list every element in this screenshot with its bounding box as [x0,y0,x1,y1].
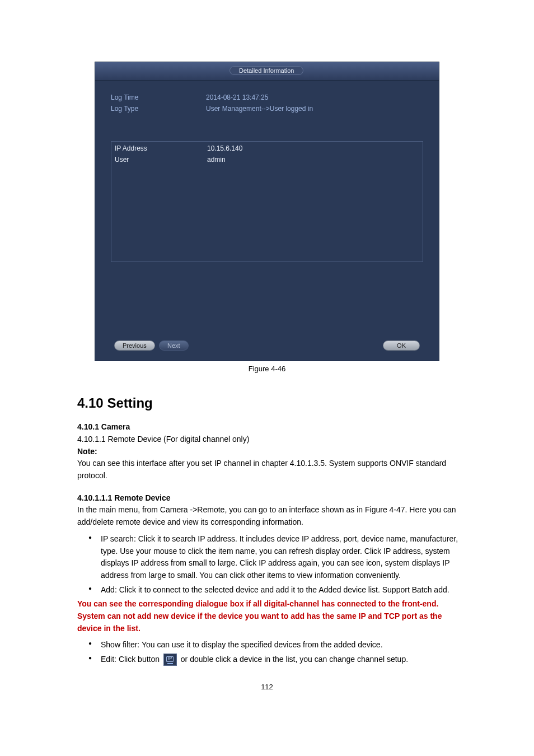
ip-label: IP Address [115,143,207,154]
log-time-label: Log Time [111,92,206,103]
search-lead: In the main menu, from Camera ->Remote, … [77,504,467,528]
log-time-value: 2014-08-21 13:47:25 [206,92,268,103]
bullet-edit: Edit: Click button or double click a dev… [88,654,467,666]
red-note-2: System can not add new device if the dev… [77,610,467,634]
bullet-add: Add: Click it to connect to the selected… [88,584,467,596]
dialog-titlebar: Detailed Information [95,62,439,81]
camera-subheading: 4.10.1.1 Remote Device (For digital chan… [77,433,467,446]
section-heading: 4.10 Setting [77,395,500,411]
dialog-title: Detailed Information [229,66,303,75]
camera-heading: 4.10.1 Camera [77,422,467,431]
note-body: You can see this interface after you set… [77,458,467,482]
user-label: User [115,154,207,165]
log-type-value: User Management-->User logged in [206,103,313,114]
red-note-1: You can see the corresponding dialogue b… [77,598,467,610]
bullet-show-filter: Show filter: You can use it to display t… [88,639,467,651]
log-type-label: Log Type [111,103,206,114]
ip-edit-icon [163,654,177,666]
note-title: Note: [77,446,467,458]
previous-button[interactable]: Previous [114,340,155,351]
figure-caption: Figure 4-46 [34,365,500,373]
detail-box: IP Address 10.15.6.140 User admin [111,141,423,262]
ip-value: 10.15.6.140 [207,143,242,154]
user-value: admin [207,154,226,165]
remote-device-heading: 4.10.1.1.1 Remote Device [77,492,467,505]
next-button[interactable]: Next [159,340,189,351]
bullet-ip-search: IP search: Click it to search IP address… [88,533,467,582]
bullet-edit-after: or double click a device in the list, yo… [181,655,408,664]
bullet-edit-before: Edit: Click button [101,655,162,664]
page-number: 112 [34,683,500,691]
ok-button[interactable]: OK [383,340,420,351]
detailed-info-dialog: Detailed Information Log Time 2014-08-21… [95,62,439,361]
